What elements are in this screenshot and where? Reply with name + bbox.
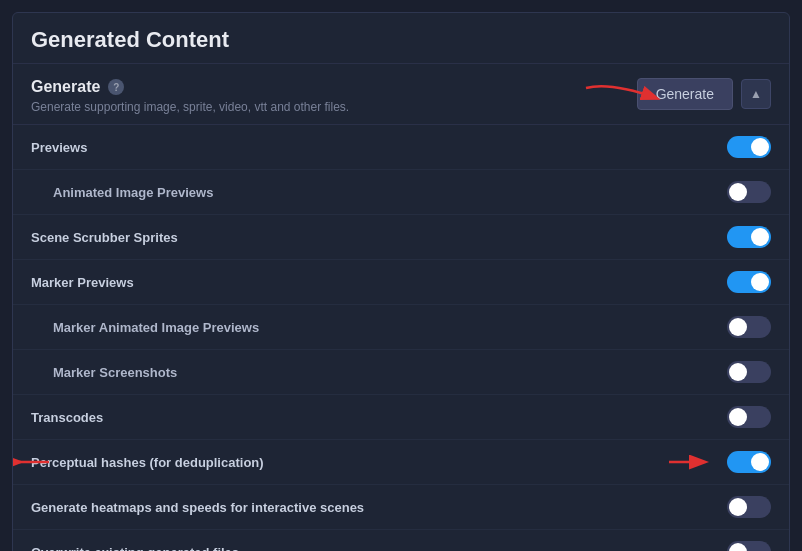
toggle-track-scene-scrubber-sprites[interactable] bbox=[727, 226, 771, 248]
toggle-thumb-marker-previews bbox=[751, 273, 769, 291]
toggle-overwrite-existing[interactable] bbox=[727, 541, 771, 551]
toggle-thumb-transcodes bbox=[729, 408, 747, 426]
toggle-generate-heatmaps[interactable] bbox=[727, 496, 771, 518]
generated-content-panel: Generated Content Generate ? Generate su… bbox=[12, 12, 790, 551]
toggle-thumb-perceptual-hashes bbox=[751, 453, 769, 471]
setting-row-animated-image-previews: Animated Image Previews bbox=[13, 170, 789, 215]
setting-label-animated-image-previews: Animated Image Previews bbox=[53, 185, 213, 200]
toggle-thumb-marker-animated-image-previews bbox=[729, 318, 747, 336]
toggle-marker-animated-image-previews[interactable] bbox=[727, 316, 771, 338]
toggle-track-transcodes[interactable] bbox=[727, 406, 771, 428]
setting-row-marker-previews: Marker Previews bbox=[13, 260, 789, 305]
generate-description: Generate ? Generate supporting image, sp… bbox=[31, 78, 349, 114]
setting-label-transcodes: Transcodes bbox=[31, 410, 103, 425]
generate-subtitle: Generate supporting image, sprite, video… bbox=[31, 100, 349, 114]
toggle-track-marker-previews[interactable] bbox=[727, 271, 771, 293]
setting-label-scene-scrubber-sprites: Scene Scrubber Sprites bbox=[31, 230, 178, 245]
setting-label-generate-heatmaps: Generate heatmaps and speeds for interac… bbox=[31, 500, 364, 515]
toggle-previews[interactable] bbox=[727, 136, 771, 158]
toggle-perceptual-hashes[interactable] bbox=[727, 451, 771, 473]
setting-label-overwrite-existing: Overwrite existing generated files bbox=[31, 545, 239, 552]
toggle-thumb-previews bbox=[751, 138, 769, 156]
toggle-thumb-overwrite-existing bbox=[729, 543, 747, 551]
setting-label-marker-previews: Marker Previews bbox=[31, 275, 134, 290]
toggle-thumb-generate-heatmaps bbox=[729, 498, 747, 516]
toggle-thumb-scene-scrubber-sprites bbox=[751, 228, 769, 246]
toggle-marker-previews[interactable] bbox=[727, 271, 771, 293]
toggle-track-marker-animated-image-previews[interactable] bbox=[727, 316, 771, 338]
setting-row-marker-screenshots: Marker Screenshots bbox=[13, 350, 789, 395]
collapse-button[interactable]: ▲ bbox=[741, 79, 771, 109]
toggle-thumb-marker-screenshots bbox=[729, 363, 747, 381]
toggle-track-previews[interactable] bbox=[727, 136, 771, 158]
toggle-animated-image-previews[interactable] bbox=[727, 181, 771, 203]
generate-title: Generate bbox=[31, 78, 100, 96]
setting-label-marker-animated-image-previews: Marker Animated Image Previews bbox=[53, 320, 259, 335]
settings-list: PreviewsAnimated Image PreviewsScene Scr… bbox=[13, 125, 789, 551]
setting-row-overwrite-existing: Overwrite existing generated files bbox=[13, 530, 789, 551]
toggle-track-perceptual-hashes[interactable] bbox=[727, 451, 771, 473]
toggle-track-overwrite-existing[interactable] bbox=[727, 541, 771, 551]
setting-row-transcodes: Transcodes bbox=[13, 395, 789, 440]
help-icon[interactable]: ? bbox=[108, 79, 124, 95]
toggle-marker-screenshots[interactable] bbox=[727, 361, 771, 383]
setting-row-scene-scrubber-sprites: Scene Scrubber Sprites bbox=[13, 215, 789, 260]
generate-title-row: Generate ? bbox=[31, 78, 349, 96]
toggle-thumb-animated-image-previews bbox=[729, 183, 747, 201]
toggle-track-generate-heatmaps[interactable] bbox=[727, 496, 771, 518]
toggle-scene-scrubber-sprites[interactable] bbox=[727, 226, 771, 248]
setting-row-perceptual-hashes: Perceptual hashes (for deduplication) bbox=[13, 440, 789, 485]
setting-label-marker-screenshots: Marker Screenshots bbox=[53, 365, 177, 380]
toggle-track-animated-image-previews[interactable] bbox=[727, 181, 771, 203]
generate-header: Generate ? Generate supporting image, sp… bbox=[13, 64, 789, 125]
generate-actions: Generate ▲ bbox=[637, 78, 771, 110]
generate-button[interactable]: Generate bbox=[637, 78, 733, 110]
toggle-track-marker-screenshots[interactable] bbox=[727, 361, 771, 383]
setting-row-marker-animated-image-previews: Marker Animated Image Previews bbox=[13, 305, 789, 350]
setting-row-generate-heatmaps: Generate heatmaps and speeds for interac… bbox=[13, 485, 789, 530]
setting-label-perceptual-hashes: Perceptual hashes (for deduplication) bbox=[31, 455, 264, 470]
setting-label-previews: Previews bbox=[31, 140, 87, 155]
right-arrow-from-perceptual-icon bbox=[669, 450, 719, 474]
toggle-transcodes[interactable] bbox=[727, 406, 771, 428]
page-title: Generated Content bbox=[13, 13, 789, 64]
setting-row-previews: Previews bbox=[13, 125, 789, 170]
